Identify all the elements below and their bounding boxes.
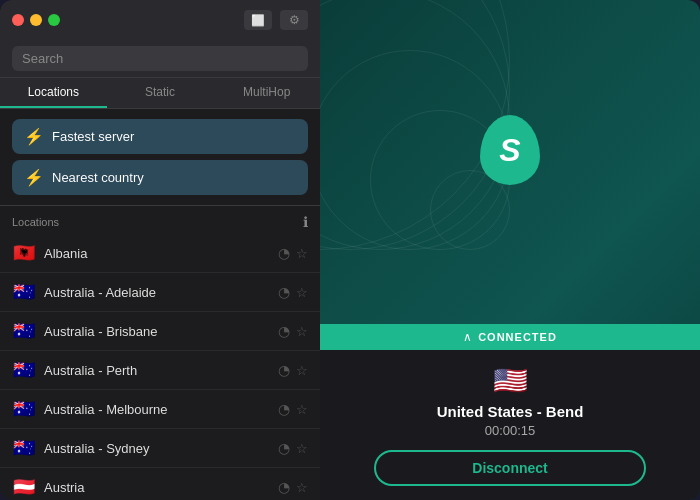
tab-locations[interactable]: Locations <box>0 78 107 108</box>
connected-flag: 🇺🇸 <box>340 364 680 397</box>
star-icon[interactable]: ☆ <box>296 402 308 417</box>
connected-location: United States - Bend <box>340 403 680 420</box>
location-actions: ◔ ☆ <box>278 323 308 339</box>
list-item[interactable]: 🇦🇺 Australia - Adelaide ◔ ☆ <box>0 273 320 312</box>
location-name: Australia - Melbourne <box>44 402 270 417</box>
flag-icon: 🇦🇱 <box>12 242 36 264</box>
location-actions: ◔ ☆ <box>278 245 308 261</box>
connected-body: 🇺🇸 United States - Bend 00:00:15 Disconn… <box>320 350 700 500</box>
flag-icon: 🇦🇺 <box>12 320 36 342</box>
connected-status-label: CONNECTED <box>478 331 557 343</box>
disconnect-button[interactable]: Disconnect <box>374 450 646 486</box>
close-dot[interactable] <box>12 14 24 26</box>
location-name: Australia - Adelaide <box>44 285 270 300</box>
window-icon: ⬜ <box>251 14 265 27</box>
right-panel: S ∧ CONNECTED 🇺🇸 United States - Bend 00… <box>320 0 700 500</box>
title-icons: ⬜ ⚙ <box>244 10 308 30</box>
location-actions: ◔ ☆ <box>278 479 308 495</box>
tab-multihop[interactable]: MultiHop <box>213 78 320 108</box>
star-icon[interactable]: ☆ <box>296 441 308 456</box>
star-icon[interactable]: ☆ <box>296 363 308 378</box>
nearest-country-button[interactable]: ⚡ Nearest country <box>12 160 308 195</box>
location-name: Austria <box>44 480 270 495</box>
bolt-icon: ⚡ <box>24 127 44 146</box>
flag-icon: 🇦🇹 <box>12 476 36 498</box>
tab-static[interactable]: Static <box>107 78 214 108</box>
left-panel: ⬜ ⚙ Locations Static MultiHop ⚡ Fastest … <box>0 0 320 500</box>
signal-icon: ◔ <box>278 245 290 261</box>
star-icon[interactable]: ☆ <box>296 285 308 300</box>
star-icon[interactable]: ☆ <box>296 480 308 495</box>
connected-header: ∧ CONNECTED <box>320 324 700 350</box>
logo-symbol: S <box>499 132 520 169</box>
fastest-server-button[interactable]: ⚡ Fastest server <box>12 119 308 154</box>
list-item[interactable]: 🇦🇺 Australia - Perth ◔ ☆ <box>0 351 320 390</box>
signal-icon: ◔ <box>278 284 290 300</box>
location-name: Australia - Perth <box>44 363 270 378</box>
flag-icon: 🇦🇺 <box>12 398 36 420</box>
location-actions: ◔ ☆ <box>278 440 308 456</box>
traffic-lights <box>12 14 60 26</box>
info-icon[interactable]: ℹ <box>303 214 308 230</box>
location-actions: ◔ ☆ <box>278 362 308 378</box>
list-item[interactable]: 🇦🇱 Albania ◔ ☆ <box>0 234 320 273</box>
signal-icon: ◔ <box>278 323 290 339</box>
star-icon[interactable]: ☆ <box>296 246 308 261</box>
chevron-up-icon: ∧ <box>463 330 472 344</box>
locations-section-label: Locations <box>12 216 59 228</box>
signal-icon: ◔ <box>278 479 290 495</box>
list-item[interactable]: 🇦🇺 Australia - Melbourne ◔ ☆ <box>0 390 320 429</box>
signal-icon: ◔ <box>278 440 290 456</box>
star-icon[interactable]: ☆ <box>296 324 308 339</box>
gear-icon: ⚙ <box>289 13 300 27</box>
list-item[interactable]: 🇦🇺 Australia - Brisbane ◔ ☆ <box>0 312 320 351</box>
list-item[interactable]: 🇦🇹 Austria ◔ ☆ <box>0 468 320 500</box>
location-actions: ◔ ☆ <box>278 284 308 300</box>
location-name: Australia - Sydney <box>44 441 270 456</box>
bolt-icon-2: ⚡ <box>24 168 44 187</box>
location-actions: ◔ ☆ <box>278 401 308 417</box>
flag-icon: 🇦🇺 <box>12 437 36 459</box>
locations-header: Locations ℹ <box>0 206 320 234</box>
title-bar: ⬜ ⚙ <box>0 0 320 40</box>
vpn-logo: S <box>480 115 540 185</box>
list-item[interactable]: 🇦🇺 Australia - Sydney ◔ ☆ <box>0 429 320 468</box>
fastest-server-label: Fastest server <box>52 129 134 144</box>
signal-icon: ◔ <box>278 362 290 378</box>
settings-icon-btn[interactable]: ⚙ <box>280 10 308 30</box>
connected-panel: ∧ CONNECTED 🇺🇸 United States - Bend 00:0… <box>320 324 700 500</box>
flag-icon: 🇦🇺 <box>12 359 36 381</box>
maximize-dot[interactable] <box>48 14 60 26</box>
flag-icon: 🇦🇺 <box>12 281 36 303</box>
tabs-bar: Locations Static MultiHop <box>0 78 320 109</box>
location-name: Australia - Brisbane <box>44 324 270 339</box>
location-name: Albania <box>44 246 270 261</box>
search-input[interactable] <box>12 46 308 71</box>
quick-actions: ⚡ Fastest server ⚡ Nearest country <box>0 109 320 206</box>
location-list: 🇦🇱 Albania ◔ ☆ 🇦🇺 Australia - Adelaide ◔… <box>0 234 320 500</box>
window-icon-btn[interactable]: ⬜ <box>244 10 272 30</box>
nearest-country-label: Nearest country <box>52 170 144 185</box>
connected-timer: 00:00:15 <box>340 423 680 438</box>
signal-icon: ◔ <box>278 401 290 417</box>
search-bar <box>0 40 320 78</box>
minimize-dot[interactable] <box>30 14 42 26</box>
